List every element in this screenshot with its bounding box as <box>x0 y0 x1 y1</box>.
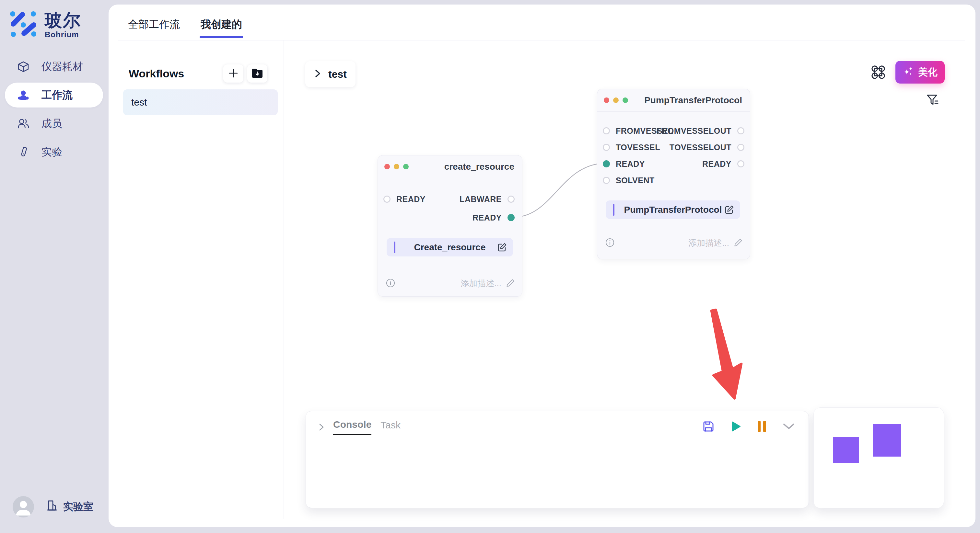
sidebar-item-label: 成员 <box>41 117 62 131</box>
sidebar-nav: 仪器耗材 工作流 成员 <box>5 54 103 165</box>
output-port-fromvesselout[interactable]: FROMVESSELOUT <box>656 126 745 136</box>
node-title: create_resource <box>444 162 514 172</box>
edge-create-to-pump <box>514 163 605 217</box>
input-port-tovessel[interactable]: TOVESSEL <box>603 143 660 152</box>
sidebar-footer: 实验室 <box>13 496 103 517</box>
info-icon[interactable] <box>386 278 395 289</box>
console-panel: Console Task <box>305 411 809 508</box>
sidebar: 玻尔 Bohrium 仪器耗材 <box>0 0 108 533</box>
experiment-icon <box>17 146 30 159</box>
filter-icon[interactable] <box>926 93 940 108</box>
port-circle-connected[interactable] <box>603 160 610 167</box>
beautify-button[interactable]: 美化 <box>896 61 945 84</box>
traffic-dots <box>604 97 628 103</box>
port-circle[interactable] <box>508 195 515 203</box>
node-title: PumpTransferProtocol <box>644 95 742 106</box>
edit-icon[interactable] <box>497 242 507 252</box>
team-icon <box>17 89 30 102</box>
folder-download-icon <box>251 68 264 80</box>
input-port-ready[interactable]: READY <box>603 159 645 169</box>
add-workflow-button[interactable] <box>223 65 243 82</box>
port-circle[interactable] <box>383 195 390 203</box>
brand-name-en: Bohrium <box>45 30 81 39</box>
dot-green-icon <box>622 97 628 103</box>
port-circle[interactable] <box>603 177 610 184</box>
output-port-labware[interactable]: LABWARE <box>460 194 515 204</box>
node-pump-transfer-protocol[interactable]: PumpTransferProtocol FROMVESSEL TOVESSEL… <box>597 89 750 259</box>
info-icon[interactable] <box>605 238 615 249</box>
node-action-pill[interactable]: PumpTransferProtocol <box>606 200 740 219</box>
chevron-right-icon <box>314 68 321 80</box>
import-folder-button[interactable] <box>247 65 267 82</box>
dot-red-icon <box>384 164 390 169</box>
pencil-icon[interactable] <box>506 279 515 289</box>
description-placeholder[interactable]: 添加描述... <box>460 278 501 289</box>
tab-all-workflows[interactable]: 全部工作流 <box>128 9 180 40</box>
pencil-icon[interactable] <box>734 238 743 248</box>
save-icon[interactable] <box>702 420 714 434</box>
avatar[interactable] <box>13 496 34 517</box>
sidebar-item-experiment[interactable]: 实验 <box>5 140 103 165</box>
header-tabbar: 全部工作流 我创建的 <box>108 5 975 40</box>
chevron-right-icon[interactable] <box>317 423 325 431</box>
console-actions <box>702 420 795 434</box>
node-create-resource[interactable]: create_resource READY LABWARE READY Crea… <box>377 155 522 297</box>
beautify-label: 美化 <box>918 66 937 79</box>
port-circle-connected[interactable] <box>508 214 515 221</box>
sidebar-item-label: 仪器耗材 <box>41 60 83 74</box>
panel-divider <box>283 40 284 519</box>
task-tab[interactable]: Task <box>380 420 401 435</box>
node-header: create_resource <box>378 155 522 178</box>
edit-icon[interactable] <box>724 205 734 215</box>
run-icon[interactable] <box>730 420 742 434</box>
description-placeholder[interactable]: 添加描述... <box>688 237 729 249</box>
port-circle[interactable] <box>603 144 610 151</box>
sidebar-item-label: 工作流 <box>41 88 73 102</box>
output-port-ready[interactable]: READY <box>702 159 745 169</box>
plus-icon <box>228 68 239 80</box>
workflows-panel-title: Workflows <box>129 67 184 80</box>
sidebar-item-label: 实验 <box>41 145 62 159</box>
sidebar-item-members[interactable]: 成员 <box>5 111 103 136</box>
console-header: Console Task <box>306 411 808 435</box>
chevron-down-icon[interactable] <box>782 422 795 432</box>
input-port-ready[interactable]: READY <box>383 194 425 204</box>
dot-green-icon <box>403 164 409 169</box>
dot-yellow-icon <box>394 164 399 169</box>
minimap[interactable] <box>813 408 944 508</box>
minimap-node <box>833 437 859 463</box>
main-content: 全部工作流 我创建的 Workflows <box>108 5 975 527</box>
port-circle[interactable] <box>737 160 745 167</box>
pause-icon[interactable] <box>757 420 767 434</box>
input-port-solvent[interactable]: SOLVENT <box>603 176 655 185</box>
sparkles-icon <box>902 65 914 79</box>
text-cursor <box>613 204 614 216</box>
node-footer: 添加描述... <box>386 278 515 289</box>
output-port-ready[interactable]: READY <box>473 213 515 222</box>
dot-yellow-icon <box>613 97 619 103</box>
workspace-switcher[interactable]: 实验室 <box>46 499 93 514</box>
bohrium-logo-icon <box>10 11 40 40</box>
sidebar-item-workflow[interactable]: 工作流 <box>5 82 103 108</box>
box-icon <box>17 60 30 73</box>
node-header: PumpTransferProtocol <box>597 89 750 112</box>
traffic-dots <box>384 164 409 169</box>
node-action-pill[interactable]: Create_resource <box>387 238 513 257</box>
workflows-panel: Workflows <box>108 40 283 519</box>
console-tab[interactable]: Console <box>333 419 371 435</box>
breadcrumb-label: test <box>328 68 347 80</box>
console-tabs: Console Task <box>333 419 401 435</box>
members-icon <box>17 117 30 130</box>
node-footer: 添加描述... <box>605 237 743 249</box>
sidebar-item-instruments[interactable]: 仪器耗材 <box>5 54 103 79</box>
output-port-tovesselout[interactable]: TOVESSELOUT <box>670 143 745 152</box>
brand-name-zh: 玻尔 <box>45 11 81 30</box>
command-icon[interactable] <box>870 65 886 80</box>
tab-my-created[interactable]: 我创建的 <box>200 9 242 40</box>
brand-logo[interactable]: 玻尔 Bohrium <box>10 11 81 40</box>
port-circle[interactable] <box>603 127 610 134</box>
canvas-breadcrumb[interactable]: test <box>305 61 355 87</box>
port-circle[interactable] <box>737 144 745 151</box>
workflow-list-item-test[interactable]: test <box>123 89 278 115</box>
port-circle[interactable] <box>737 127 745 134</box>
